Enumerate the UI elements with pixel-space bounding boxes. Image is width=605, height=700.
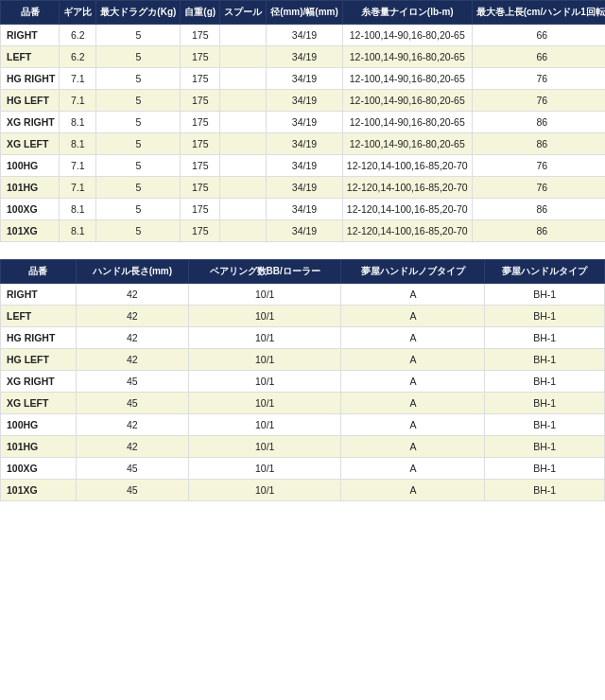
table-cell: 12-100,14-90,16-80,20-65 [342,25,472,46]
column-header: ベアリング数BB/ローラー [189,260,341,284]
table-cell [220,68,267,90]
table-row: 100HG4210/1ABH-1 [1,414,605,436]
table-cell: 175 [181,90,220,112]
table-cell: 10/1 [189,436,341,458]
table-row: 100XG8.1517534/1912-120,14-100,16-85,20-… [1,199,606,220]
table-cell: RIGHT [1,25,60,46]
table-cell: HG RIGHT [1,68,60,90]
table-cell: XG RIGHT [1,112,60,133]
column-header: 自重(g) [181,1,220,25]
table-cell: 34/19 [267,133,343,155]
table-cell: 34/19 [267,25,343,46]
table-cell: 5 [96,199,181,220]
table-cell: 10/1 [189,480,341,501]
specs-table-2: 品番ハンドル長さ(mm)ベアリング数BB/ローラー夢屋ハンドルノブタイプ夢屋ハン… [0,259,605,501]
table-cell: 175 [181,133,220,155]
table-cell: 5 [96,220,181,242]
table-cell: 12-120,14-100,16-85,20-70 [342,220,472,242]
table-cell: 45 [76,371,188,393]
table-cell: 101XG [1,220,60,242]
table-cell: 175 [181,199,220,220]
table-cell: 86 [472,133,605,155]
table-row: XG RIGHT8.1517534/1912-100,14-90,16-80,2… [1,112,606,133]
table-cell: BH-1 [485,436,605,458]
column-header: 径(mm)/幅(mm) [267,1,343,25]
table-cell: BH-1 [485,284,605,306]
table-row: 101HG7.1517534/1912-120,14-100,16-85,20-… [1,177,606,199]
table-cell: 175 [181,177,220,199]
table-cell: 5 [96,68,181,90]
table-cell: 42 [76,306,188,327]
table-cell: A [341,306,485,327]
column-header: 品番 [1,260,77,284]
table-cell: HG LEFT [1,349,77,371]
table-cell: 100HG [1,155,60,177]
table-cell [220,25,267,46]
table-cell: 10/1 [189,284,341,306]
table-row: HG RIGHT4210/1ABH-1 [1,327,605,349]
table-cell: 34/19 [267,90,343,112]
table-cell: HG LEFT [1,90,60,112]
table-cell: 5 [96,133,181,155]
table-cell: 175 [181,220,220,242]
table-cell: BH-1 [485,371,605,393]
table-cell: 45 [76,458,188,480]
table-cell: 66 [472,25,605,46]
table-cell: 10/1 [189,306,341,327]
table-cell: 12-100,14-90,16-80,20-65 [342,46,472,68]
table-cell [220,177,267,199]
table-cell: A [341,371,485,393]
table-cell: 12-100,14-90,16-80,20-65 [342,112,472,133]
table-cell: 10/1 [189,458,341,480]
table-cell [220,46,267,68]
table-row: RIGHT4210/1ABH-1 [1,284,605,306]
table-cell: 45 [76,480,188,501]
table-cell: 175 [181,25,220,46]
table-row: XG RIGHT4510/1ABH-1 [1,371,605,393]
table-cell: 5 [96,155,181,177]
column-header: 最大巻上長(cm/ハンドル1回転) [472,1,605,25]
table-row: 101XG8.1517534/1912-120,14-100,16-85,20-… [1,220,606,242]
table-cell: 34/19 [267,155,343,177]
table-cell: 34/19 [267,199,343,220]
table-cell: XG RIGHT [1,371,77,393]
table-cell: 7.1 [60,68,96,90]
table-cell: 45 [76,393,188,414]
table-cell: A [341,284,485,306]
table-cell: 6.2 [60,46,96,68]
table-cell: HG RIGHT [1,327,77,349]
table-cell: A [341,327,485,349]
table-cell: 42 [76,349,188,371]
table-cell: 100HG [1,414,77,436]
table-cell: 86 [472,220,605,242]
table-cell: A [341,393,485,414]
table-cell [220,155,267,177]
column-header: 最大ドラグカ(Kg) [96,1,181,25]
table-row: 100XG4510/1ABH-1 [1,458,605,480]
table-row: XG LEFT4510/1ABH-1 [1,393,605,414]
table-cell: 5 [96,25,181,46]
table-cell: RIGHT [1,284,77,306]
table-cell: A [341,414,485,436]
table-cell: 175 [181,46,220,68]
table-cell: 42 [76,327,188,349]
column-header: 品番 [1,1,60,25]
table-cell: 5 [96,112,181,133]
table-cell: BH-1 [485,480,605,501]
table-cell: XG LEFT [1,393,77,414]
table-cell: 101HG [1,436,77,458]
table-cell: 42 [76,414,188,436]
table-cell: A [341,436,485,458]
specs-table-1: 品番ギア比最大ドラグカ(Kg)自重(g)スプール径(mm)/幅(mm)糸巻量ナイ… [0,0,605,242]
table-cell: 42 [76,436,188,458]
table-cell: BH-1 [485,414,605,436]
table-cell: 6.2 [60,25,96,46]
table-cell: 8.1 [60,220,96,242]
table-cell [220,90,267,112]
table-cell: 7.1 [60,155,96,177]
table-cell: 175 [181,68,220,90]
table-cell: 175 [181,155,220,177]
table-cell: 86 [472,112,605,133]
table-row: 101XG4510/1ABH-1 [1,480,605,501]
column-header: スプール [220,1,267,25]
